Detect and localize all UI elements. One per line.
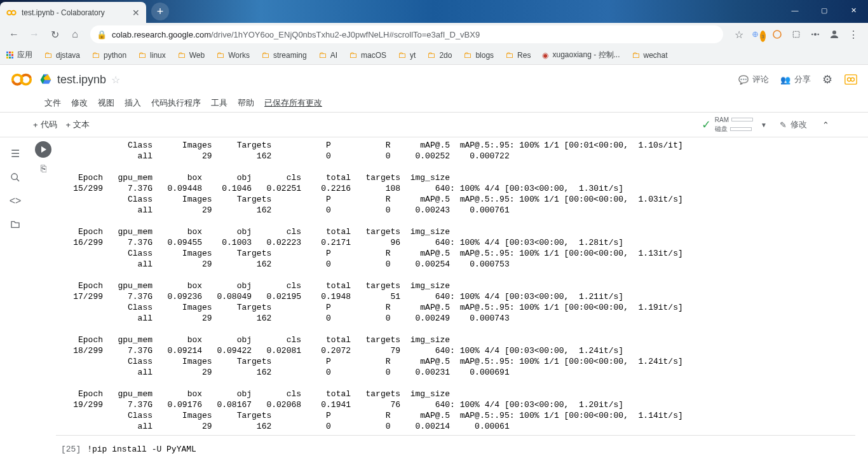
browser-menu-icon[interactable]: ⋮ <box>848 29 859 40</box>
menu-insert[interactable]: 插入 <box>125 97 141 109</box>
svg-point-14 <box>11 174 17 179</box>
apps-grid-icon <box>6 52 13 59</box>
bookmark-xugaoxiang[interactable]: ◉ xugaoxiang - 控制... <box>542 50 620 60</box>
folder-icon: 🗀 <box>44 50 52 60</box>
save-status[interactable]: 已保存所有更改 <box>264 97 322 109</box>
check-icon: ✓ <box>702 118 711 132</box>
output-console[interactable]: Class Images Targets P R mAP@.5 mAP@.5:.… <box>53 140 868 435</box>
browser-tab-active[interactable]: test.ipynb - Colaboratory ✕ <box>0 2 146 24</box>
new-tab-button[interactable]: + <box>151 3 169 20</box>
window-maximize-button[interactable]: ▢ <box>810 0 839 20</box>
menu-tools[interactable]: 工具 <box>211 97 227 109</box>
bookmark-folder-yt[interactable]: 🗀yt <box>398 50 416 60</box>
folder-icon: 🗀 <box>138 50 146 60</box>
bookmark-folder-2do[interactable]: 🗀2do <box>427 50 452 60</box>
bookmarks-bar: 应用 🗀djstava🗀python🗀linux🗀Web🗀Works🗀strea… <box>0 46 868 65</box>
apps-button[interactable]: 应用 <box>6 50 32 60</box>
search-icon[interactable] <box>10 172 20 183</box>
svg-point-2 <box>773 31 781 38</box>
bookmark-folder-streaming[interactable]: 🗀streaming <box>261 50 307 60</box>
bookmark-folder-python[interactable]: 🗀python <box>92 50 126 60</box>
star-icon[interactable]: ☆ <box>111 74 120 86</box>
share-icon: 👥 <box>780 75 790 85</box>
toc-icon[interactable]: ☰ <box>11 148 20 160</box>
cell-prompt: [25] <box>61 445 81 454</box>
bookmark-folder-res[interactable]: 🗀Res <box>505 50 531 60</box>
add-code-button[interactable]: + 代码 <box>33 119 57 130</box>
menu-edit[interactable]: 修改 <box>71 97 88 109</box>
share-button[interactable]: 👥 分享 <box>780 74 811 85</box>
bookmark-folder-works[interactable]: 🗀Works <box>216 50 250 60</box>
extension-icon-2[interactable] <box>790 29 802 40</box>
folder-icon: 🗀 <box>427 50 435 60</box>
resources-indicator[interactable]: ✓ RAM 磁盘 ▼ <box>702 116 771 134</box>
bookmark-folder-macos[interactable]: 🗀macOS <box>349 50 386 60</box>
code-cell[interactable]: [25]!pip install -U PyYAML <box>56 435 855 463</box>
clear-output-icon[interactable]: ⎘ <box>41 163 46 174</box>
settings-gear-icon[interactable]: ⚙ <box>822 73 832 86</box>
nav-home-button[interactable]: ⌂ <box>66 25 84 43</box>
pencil-icon: ✎ <box>780 120 787 130</box>
url-input[interactable]: 🔒 colab.research.google.com/drive/1hYOY6… <box>90 25 723 43</box>
lock-icon: 🔒 <box>97 30 107 39</box>
extension-icon-1[interactable] <box>771 29 783 40</box>
cell-output: ⎘ Class Images Targets P R mAP@.5 mAP@.5… <box>31 137 868 435</box>
colab-favicon-icon <box>6 8 17 18</box>
svg-point-5 <box>817 34 819 36</box>
tab-close-icon[interactable]: ✕ <box>132 8 140 18</box>
folder-icon: 🗀 <box>318 50 327 60</box>
bookmark-folder-linux[interactable]: 🗀linux <box>138 50 166 60</box>
url-path: /drive/1hYOY6oo_ENjQ0nbsTxhu2-eJ0pwfNeLH… <box>211 30 480 39</box>
folder-icon: 🗀 <box>92 50 100 60</box>
folder-icon: 🗀 <box>177 50 186 60</box>
folder-icon: 🗀 <box>632 50 640 60</box>
window-minimize-button[interactable]: — <box>780 0 810 20</box>
bookmark-folder-ai[interactable]: 🗀AI <box>318 50 337 60</box>
nav-forward-button[interactable]: → <box>25 25 43 43</box>
run-cell-button[interactable] <box>35 141 51 158</box>
browser-tab-bar: test.ipynb - Colaboratory ✕ + — ▢ ✕ <box>0 0 868 23</box>
bookmark-star-icon[interactable]: ☆ <box>733 29 745 40</box>
colab-logo-icon[interactable] <box>10 68 33 91</box>
site-icon: ◉ <box>542 51 548 60</box>
nav-reload-button[interactable]: ↻ <box>46 25 64 43</box>
menu-view[interactable]: 视图 <box>98 97 114 109</box>
menu-runtime[interactable]: 代码执行程序 <box>151 97 201 109</box>
badge-count: 3 <box>760 31 766 42</box>
comment-button[interactable]: 💬 评论 <box>738 74 769 85</box>
files-icon[interactable] <box>10 219 20 230</box>
bookmark-wechat[interactable]: 🗀 wechat <box>632 50 668 60</box>
url-domain: colab.research.google.com <box>112 30 211 39</box>
folder-icon: 🗀 <box>398 50 406 60</box>
window-close-button[interactable]: ✕ <box>839 0 868 20</box>
translate-icon[interactable]: 3 <box>752 29 764 40</box>
folder-icon: 🗀 <box>463 50 471 60</box>
bookmark-folder-web[interactable]: 🗀Web <box>177 50 205 60</box>
colab-pro-icon[interactable] <box>844 73 858 86</box>
collapse-button[interactable]: ⌃ <box>816 120 835 130</box>
folder-icon: 🗀 <box>216 50 224 60</box>
left-sidebar: ☰ <> <box>0 137 31 463</box>
svg-point-4 <box>811 34 813 36</box>
svg-line-15 <box>17 179 19 181</box>
address-bar: ← → ↻ ⌂ 🔒 colab.research.google.com/driv… <box>0 23 868 46</box>
svg-point-12 <box>848 78 851 81</box>
edit-mode-button[interactable]: ✎ 修改 <box>780 119 807 130</box>
nav-back-button[interactable]: ← <box>5 25 23 43</box>
toolbar: + 代码 + 文本 ✓ RAM 磁盘 ▼ ✎ 修改 ⌃ <box>0 112 868 137</box>
code-snippets-icon[interactable]: <> <box>10 195 22 207</box>
bookmark-folder-djstava[interactable]: 🗀djstava <box>44 50 80 60</box>
add-text-button[interactable]: + 文本 <box>66 119 90 130</box>
bookmark-folder-blogs[interactable]: 🗀blogs <box>463 50 494 60</box>
window-controls: — ▢ ✕ <box>780 0 868 20</box>
notebook-title[interactable]: test.ipynb <box>57 73 106 86</box>
profile-icon[interactable] <box>829 29 840 40</box>
folder-icon: 🗀 <box>505 50 513 60</box>
menu-file[interactable]: 文件 <box>44 97 61 109</box>
svg-point-3 <box>814 33 817 36</box>
tab-title: test.ipynb - Colaboratory <box>22 8 105 17</box>
resources-dropdown-icon[interactable]: ▼ <box>757 121 771 128</box>
menu-help[interactable]: 帮助 <box>238 97 254 109</box>
menu-bar: 文件 修改 视图 插入 代码执行程序 工具 帮助 已保存所有更改 <box>0 94 868 112</box>
extension-icon-3[interactable] <box>810 29 821 40</box>
